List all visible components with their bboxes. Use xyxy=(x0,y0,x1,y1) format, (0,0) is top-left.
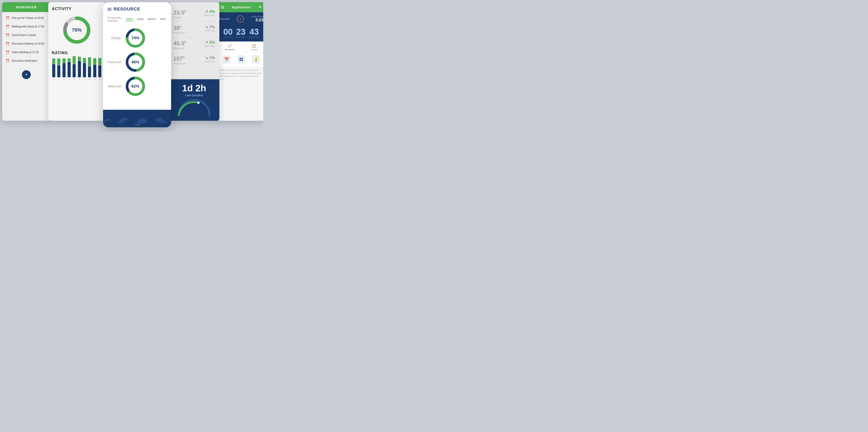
bar-label: 4 xyxy=(69,78,70,80)
reminder-item-text: Meeting with David at 17:00 xyxy=(12,25,44,28)
bar-green xyxy=(52,58,55,64)
menu-icon[interactable] xyxy=(107,8,112,10)
resource-panel: RESOURCE Productivity overview TODAY WEE… xyxy=(103,2,171,127)
deadline-time: 1d 2h xyxy=(173,84,215,93)
rating-title: RATING xyxy=(52,51,102,55)
tab-today[interactable]: TODAY xyxy=(125,18,134,21)
bar-green xyxy=(98,58,101,65)
resource-subtitle-row: Productivity overview TODAY WEEK MONTH Y… xyxy=(103,14,171,25)
gallery-icon-item[interactable]: 🖼 xyxy=(237,55,245,64)
bar-group: 8 xyxy=(88,57,91,80)
list-item[interactable]: ⏰ Document Verification xyxy=(2,57,51,65)
list-item[interactable]: ⏰ Send Email to Sarah xyxy=(2,31,51,39)
menu-icon[interactable] xyxy=(221,6,224,8)
stat-name-backend: Back-end xyxy=(173,47,186,50)
stat-pct-frontend: 7% xyxy=(205,25,215,29)
stats-panel: 23.5h Design 4% above avg. 38h Front-end xyxy=(169,2,219,121)
bar-green xyxy=(83,58,86,63)
reminder-panel: REMINDER ⏰ Pick up the Tickets at 16:00 … xyxy=(2,2,51,121)
bar-group: 4 xyxy=(67,58,71,80)
bar-label: 3 xyxy=(63,78,64,80)
minutes-group: 23 MINUTES xyxy=(236,28,245,38)
nav-plans-label: PLANS xyxy=(250,49,257,51)
clock-icon: ⏰ xyxy=(6,42,9,46)
bar-green xyxy=(88,57,91,66)
stat-avg-design: above avg. xyxy=(204,14,215,17)
clock-icon: ⏰ xyxy=(6,16,9,20)
add-timer-button[interactable]: + xyxy=(237,16,244,22)
calendar-icon-item[interactable]: 📅 xyxy=(222,55,231,64)
add-reminder-button[interactable]: + xyxy=(22,70,31,79)
stat-hours-total: 107h xyxy=(173,55,186,62)
rating-bar-chart: 1 2 3 4 5 6 7 xyxy=(52,58,102,80)
bar-dark xyxy=(68,62,71,77)
bar-label: 5 xyxy=(74,78,75,80)
bar-label: 10 xyxy=(99,78,101,80)
list-item[interactable]: ⏰ Document Delivery at 15:00 xyxy=(2,39,51,48)
resource-row-backend: Back-end 62% xyxy=(106,75,167,97)
stat-name-design: Design xyxy=(173,16,186,19)
clock-icon: ⏰ xyxy=(6,51,9,54)
resource-row-label: Design xyxy=(106,36,121,40)
activity-donut: 75% xyxy=(52,15,102,46)
bulb-icon-item[interactable]: 💡 xyxy=(252,55,260,64)
list-item[interactable]: ⏰ Meeting with David at 17:00 xyxy=(2,22,51,31)
stat-avg-total: under avg. xyxy=(205,60,215,63)
stat-pct-backend: 2% xyxy=(204,40,215,45)
deadline-section: 1d 2h Until Deadline xyxy=(169,79,219,121)
bar-dark xyxy=(88,66,91,77)
stat-pct-design: 4% xyxy=(204,9,215,14)
donut-percentage: 75% xyxy=(72,27,82,33)
stat-pct-total: 1% xyxy=(205,55,215,60)
bar-label: 6 xyxy=(79,78,80,80)
timer-digits: 00 HOURS 23 MINUTES 43 SECONDS xyxy=(217,26,263,41)
list-item[interactable]: ⏰ Pick up the Tickets at 16:00 xyxy=(2,14,51,22)
seconds-value: 43 xyxy=(249,28,259,36)
clock-icon: ⏰ xyxy=(6,33,9,37)
app-description: With the new MacBook, we set out to do t… xyxy=(220,69,262,81)
bar-group: 3 xyxy=(62,58,66,80)
resource-label: Resourse xyxy=(219,18,230,20)
bar-group: 1 xyxy=(52,58,56,80)
stat-avg-backend: above avg. xyxy=(204,45,215,47)
nav-activity-label: ACTIVITY xyxy=(225,49,235,51)
reminder-item-text: Pick up the Tickets at 16:00 xyxy=(12,17,44,20)
bar-green xyxy=(93,58,96,64)
bar-dark xyxy=(93,64,96,77)
stat-hours-design: 23.5h xyxy=(173,9,186,16)
stat-row-frontend: 38h Front-end 7% under avg. xyxy=(173,22,215,37)
app-title: Application xyxy=(231,5,251,9)
resource-wave: ^ 0.7% xyxy=(103,110,171,127)
hours-value: 00 xyxy=(223,28,232,36)
deadline-arc xyxy=(173,99,215,116)
nav-activity[interactable]: 📈 ACTIVITY xyxy=(225,44,235,51)
frontend-pct: 46% xyxy=(131,60,139,64)
duration-value: 3:23 xyxy=(251,18,263,22)
list-item[interactable]: ⏰ Client Meeting at 17:30 xyxy=(2,48,51,57)
bar-green xyxy=(57,58,60,65)
nav-plans[interactable]: 📋 PLANS xyxy=(250,44,257,51)
stat-name-frontend: Front-end xyxy=(173,31,185,34)
tab-week[interactable]: WEEK xyxy=(136,18,145,21)
gallery-icon: 🖼 xyxy=(237,55,245,64)
reminder-list: ⏰ Pick up the Tickets at 16:00 ⏰ Meeting… xyxy=(2,12,51,67)
tab-month[interactable]: MONTH xyxy=(147,18,157,21)
calendar-icon: 📅 xyxy=(222,55,231,64)
seconds-group: 43 SECONDS xyxy=(249,28,259,38)
tab-year[interactable]: YEAR xyxy=(159,18,167,21)
resource-subtitle: Productivity overview xyxy=(107,16,122,22)
bar-green xyxy=(63,58,66,63)
bar-dark xyxy=(83,63,86,77)
stat-row-design: 23.5h Design 4% above avg. xyxy=(173,7,215,22)
activity-panel: ACTIVITY 75% RATING 1 2 xyxy=(48,2,105,121)
eye-icon[interactable]: 👁 xyxy=(258,5,262,9)
stat-row-backend: 45.5h Back-end 2% above avg. xyxy=(173,37,215,53)
bar-dark xyxy=(78,61,81,77)
activity-title: ACTIVITY xyxy=(52,7,102,11)
stat-row-total: 107h Total hours 1% under avg. xyxy=(173,53,215,68)
reminder-item-text: Document Verification xyxy=(12,59,37,62)
app-nav: 📈 ACTIVITY 📋 PLANS xyxy=(217,41,263,52)
bar-label: 8 xyxy=(89,78,90,80)
bar-group: 2 xyxy=(57,58,61,80)
reminder-item-text: Document Delivery at 15:00 xyxy=(12,42,44,45)
